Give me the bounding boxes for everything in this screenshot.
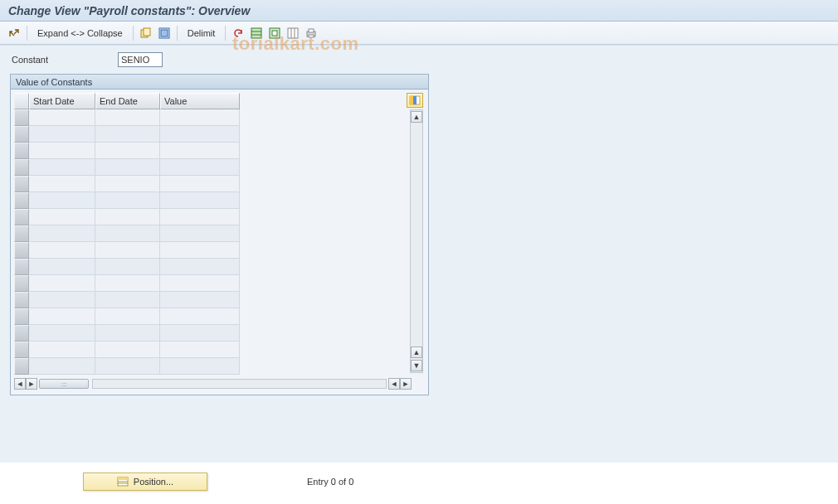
vertical-scrollbar[interactable]: ▲ ▲ ▼	[410, 109, 423, 373]
row-selector[interactable]	[14, 342, 29, 358]
svg-rect-17	[413, 96, 417, 104]
row-selector[interactable]	[14, 176, 29, 192]
svg-rect-9	[288, 28, 298, 38]
position-icon	[117, 476, 129, 487]
scroll-right-icon[interactable]: ►	[400, 378, 412, 390]
svg-rect-4	[251, 28, 261, 38]
data-rows	[29, 109, 425, 375]
content-area: Constant Value of Constants	[0, 45, 838, 463]
constant-input[interactable]	[118, 52, 163, 67]
svg-rect-13	[309, 29, 314, 32]
select-all-icon[interactable]	[157, 26, 172, 41]
svg-rect-16	[410, 96, 413, 104]
row-selector[interactable]	[14, 275, 29, 292]
table-grid: Start Date End Date Value	[14, 93, 425, 375]
select-block-icon[interactable]	[249, 26, 264, 41]
row-selector[interactable]	[14, 259, 29, 275]
column-headers: Start Date End Date Value	[29, 93, 425, 109]
constant-label: Constant	[12, 55, 111, 65]
svg-rect-8	[272, 31, 277, 36]
delimit-button[interactable]: Delimit	[183, 28, 221, 38]
svg-rect-1	[144, 28, 150, 36]
column-header-start-date[interactable]: Start Date	[29, 93, 95, 109]
row-selector[interactable]	[14, 308, 29, 325]
scroll-up-step-icon[interactable]: ▲	[411, 346, 422, 358]
row-header-column	[14, 93, 29, 375]
application-toolbar: Expand <-> Collapse Delimit	[0, 22, 838, 45]
expand-collapse-button[interactable]: Expand <-> Collapse	[32, 28, 128, 38]
position-button[interactable]: Position...	[83, 472, 207, 491]
deselect-all-icon[interactable]	[267, 26, 282, 41]
constant-field-row: Constant	[5, 51, 833, 74]
scroll-down-icon[interactable]: ▼	[411, 360, 422, 371]
undo-icon[interactable]	[231, 26, 246, 41]
horizontal-scrollbar[interactable]: ◄ ► ::: ◄ ►	[14, 376, 425, 391]
scroll-left-icon[interactable]: ◄	[14, 378, 26, 390]
toolbar-separator	[27, 26, 27, 41]
row-selector[interactable]	[14, 209, 29, 225]
title-bar: Change View "Payroll constants": Overvie…	[0, 0, 838, 22]
svg-rect-19	[118, 477, 128, 480]
scroll-up-icon[interactable]: ▲	[411, 111, 422, 123]
toolbar-separator	[225, 26, 226, 41]
panel-title: Value of Constants	[11, 75, 428, 90]
row-selector[interactable]	[14, 126, 29, 143]
scroll-thumb[interactable]: :::	[39, 379, 89, 389]
entry-counter: Entry 0 of 0	[307, 477, 353, 487]
configure-columns-button[interactable]	[407, 93, 423, 108]
svg-rect-14	[309, 35, 314, 37]
grid-wrapper: Start Date End Date Value	[11, 90, 428, 395]
footer: Position... Entry 0 of 0	[0, 463, 838, 499]
row-selector[interactable]	[14, 358, 29, 375]
print-icon[interactable]	[304, 26, 319, 41]
other-view-icon[interactable]	[7, 26, 22, 41]
row-selector[interactable]	[14, 159, 29, 176]
table-settings-icon[interactable]	[285, 26, 300, 41]
row-selector[interactable]	[14, 325, 29, 342]
position-label: Position...	[134, 477, 173, 487]
column-area: Start Date End Date Value	[29, 93, 425, 375]
column-header-end-date[interactable]: End Date	[95, 93, 160, 109]
scroll-left-step-icon[interactable]: ◄	[388, 378, 400, 390]
corner-cell[interactable]	[14, 93, 29, 109]
scroll-track-h[interactable]	[92, 379, 387, 389]
copy-icon[interactable]	[139, 26, 153, 41]
row-selector[interactable]	[14, 143, 29, 159]
row-selector[interactable]	[14, 225, 29, 242]
column-header-value[interactable]: Value	[160, 93, 240, 109]
toolbar-separator	[177, 26, 178, 41]
row-selector[interactable]	[14, 109, 29, 126]
value-of-constants-panel: Value of Constants	[10, 74, 429, 395]
scroll-right-step-icon[interactable]: ►	[26, 378, 37, 390]
page-title: Change View "Payroll constants": Overvie…	[8, 4, 250, 17]
svg-rect-3	[161, 30, 168, 36]
row-selector[interactable]	[14, 192, 29, 209]
toolbar-separator	[133, 26, 134, 41]
row-selector[interactable]	[14, 242, 29, 259]
row-selector[interactable]	[14, 292, 29, 308]
